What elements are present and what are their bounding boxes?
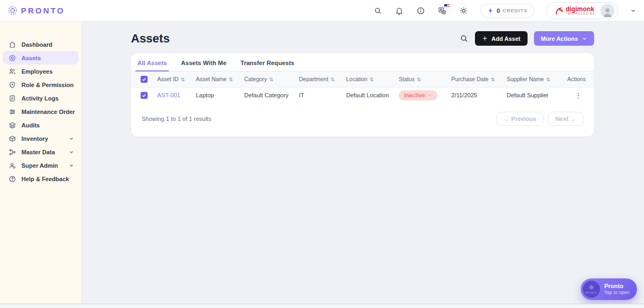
pronto-logo[interactable]: PRONTO bbox=[8, 5, 65, 16]
chevron-down-icon bbox=[69, 163, 74, 168]
check-icon bbox=[142, 77, 147, 82]
topbar: PRONTO 0 CREDITS bbox=[0, 0, 644, 22]
search-icon[interactable] bbox=[373, 6, 383, 16]
table-header-row: Asset ID⇅ Asset Name⇅ Category⇅ Departme… bbox=[131, 71, 594, 87]
sort-icon[interactable]: ⇅ bbox=[491, 77, 495, 82]
check-icon bbox=[142, 93, 147, 98]
topbar-actions: 0 CREDITS digimonk TECHNOLOGIES bbox=[373, 2, 636, 19]
tabs-bar: All Assets Assets With Me Transfer Reque… bbox=[131, 53, 594, 71]
col-status[interactable]: Status⇅ bbox=[399, 71, 451, 87]
digimonk-name: digimonk bbox=[566, 6, 595, 12]
col-purchase-date[interactable]: Purchase Date⇅ bbox=[451, 71, 507, 87]
account-menu[interactable]: digimonk TECHNOLOGIES bbox=[546, 2, 618, 19]
sidebar-item-inventory[interactable]: Inventory bbox=[3, 132, 78, 145]
col-location[interactable]: Location⇅ bbox=[346, 71, 399, 87]
results-summary: Showing 1 to 1 of 1 results bbox=[142, 116, 211, 122]
tab-transfer-requests[interactable]: Transfer Requests bbox=[240, 60, 294, 71]
sidebar-item-employees[interactable]: Employees bbox=[3, 65, 78, 78]
credits-count: 0 bbox=[496, 8, 500, 14]
next-page-button[interactable]: Next → bbox=[548, 112, 583, 126]
sort-icon[interactable]: ⇅ bbox=[229, 77, 233, 82]
credits-badge[interactable]: 0 CREDITS bbox=[480, 4, 535, 18]
help-icon bbox=[9, 175, 16, 183]
sidebar-item-assets[interactable]: Assets bbox=[3, 51, 78, 65]
location-cell: Default Location bbox=[346, 87, 399, 103]
shield-icon bbox=[9, 81, 16, 89]
sort-icon[interactable]: ⇅ bbox=[546, 77, 550, 82]
pagination-bar: Showing 1 to 1 of 1 results ← Previous N… bbox=[131, 103, 594, 137]
page-title: Assets bbox=[131, 32, 170, 46]
category-cell: Default Category bbox=[244, 87, 299, 103]
col-asset-name[interactable]: Asset Name⇅ bbox=[196, 71, 244, 87]
account-chevron-down-icon[interactable] bbox=[630, 8, 636, 14]
asset-name-cell: Laptop bbox=[196, 87, 244, 103]
sidebar-item-dashboard[interactable]: Dashboard bbox=[3, 38, 78, 51]
sort-icon[interactable]: ⇅ bbox=[269, 77, 274, 82]
table-search-icon[interactable] bbox=[459, 34, 469, 43]
notifications-bell-icon[interactable] bbox=[394, 6, 404, 16]
horizontal-scrollbar[interactable] bbox=[0, 304, 644, 308]
sliders-icon bbox=[9, 108, 16, 116]
user-avatar bbox=[601, 4, 614, 18]
row-checkbox[interactable] bbox=[141, 92, 148, 99]
previous-page-button[interactable]: ← Previous bbox=[496, 112, 544, 126]
digimonk-monkey-icon bbox=[554, 6, 564, 16]
assets-table: Asset ID⇅ Asset Name⇅ Category⇅ Departme… bbox=[131, 71, 594, 103]
pronto-mini-wordmark: PRONTO bbox=[585, 291, 597, 294]
sort-icon[interactable]: ⇅ bbox=[181, 77, 185, 82]
col-asset-id[interactable]: Asset ID⇅ bbox=[157, 71, 196, 87]
lightning-bolt-icon bbox=[487, 8, 494, 14]
person-icon bbox=[602, 6, 613, 18]
digimonk-subtitle: TECHNOLOGIES bbox=[566, 13, 595, 16]
col-department[interactable]: Department⇅ bbox=[299, 71, 346, 87]
sidebar-item-role-permission[interactable]: Role & Permission bbox=[3, 78, 78, 91]
chevron-down-icon bbox=[428, 93, 432, 97]
col-category[interactable]: Category⇅ bbox=[244, 71, 299, 87]
sidebar-item-audits[interactable]: Audits bbox=[3, 118, 78, 132]
sidebar-item-maintenance-order[interactable]: Maintenance Order bbox=[3, 105, 78, 118]
home-icon bbox=[9, 41, 16, 48]
widget-title: Pronto bbox=[604, 283, 630, 290]
sort-icon[interactable]: ⇅ bbox=[331, 77, 335, 82]
sidebar-item-activity-logs[interactable]: Activity Logs bbox=[3, 91, 78, 105]
tab-all-assets[interactable]: All Assets bbox=[137, 60, 167, 71]
sidebar-item-super-admin[interactable]: Super Admin bbox=[3, 159, 78, 172]
widget-subtitle: Tap to open bbox=[604, 290, 630, 296]
pronto-logo-icon bbox=[8, 5, 18, 16]
col-actions: Actions bbox=[567, 71, 594, 87]
credits-label: CREDITS bbox=[503, 8, 528, 13]
chevron-down-icon bbox=[69, 136, 74, 141]
assets-icon bbox=[9, 54, 16, 62]
row-actions-kebab-icon[interactable]: ⋮ bbox=[567, 91, 582, 99]
more-actions-button[interactable]: More Actions bbox=[534, 31, 594, 46]
sort-icon[interactable]: ⇅ bbox=[417, 77, 421, 82]
us-flag-icon bbox=[444, 4, 450, 8]
table-row: AST-001 Laptop Default Category IT Defau… bbox=[131, 87, 594, 103]
add-asset-button[interactable]: Add Asset bbox=[475, 31, 528, 46]
sidebar-item-help-feedback[interactable]: Help & Feedback bbox=[3, 172, 78, 185]
purchase-date-cell: 2/11/2025 bbox=[451, 87, 507, 103]
sparkle-icon bbox=[588, 284, 595, 291]
col-supplier-name[interactable]: Supplier Name⇅ bbox=[507, 71, 567, 87]
sort-icon[interactable]: ⇅ bbox=[370, 77, 374, 82]
people-icon bbox=[9, 68, 16, 75]
assets-card: All Assets Assets With Me Transfer Reque… bbox=[131, 53, 594, 137]
main-content: Assets Add Asset More Actions All Assets… bbox=[81, 22, 644, 304]
theme-sun-icon[interactable] bbox=[459, 6, 469, 16]
tab-assets-with-me[interactable]: Assets With Me bbox=[181, 60, 226, 71]
pronto-widget-logo: PRONTO bbox=[583, 281, 600, 298]
language-translate-icon[interactable] bbox=[437, 6, 447, 16]
info-icon[interactable] bbox=[416, 6, 426, 16]
sidebar: Dashboard Assets Employees Role & Permis… bbox=[0, 22, 81, 304]
layers-icon bbox=[9, 121, 16, 129]
select-all-checkbox[interactable] bbox=[141, 76, 148, 83]
sidebar-item-master-data[interactable]: Master Data bbox=[3, 145, 78, 159]
asset-id-link[interactable]: AST-001 bbox=[157, 92, 180, 98]
pronto-assistant-widget[interactable]: PRONTO Pronto Tap to open bbox=[581, 278, 637, 300]
status-badge[interactable]: Inactive bbox=[399, 90, 437, 101]
admin-user-icon bbox=[9, 162, 16, 169]
plus-icon bbox=[482, 35, 488, 41]
page-header: Assets Add Asset More Actions bbox=[131, 31, 594, 46]
department-cell: IT bbox=[299, 87, 346, 103]
document-icon bbox=[9, 95, 16, 102]
